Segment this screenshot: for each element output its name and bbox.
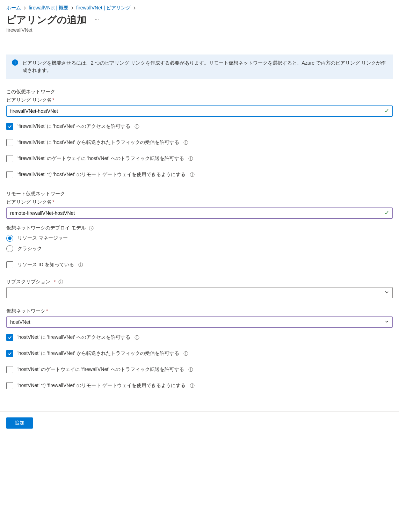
svg-rect-25 [61, 282, 61, 283]
svg-point-5 [15, 60, 15, 61]
radio-rm-label[interactable]: リソース マネージャー [17, 235, 68, 241]
footer: 追加 [0, 411, 399, 436]
required-marker: * [54, 279, 56, 285]
info-icon[interactable] [183, 351, 188, 356]
section-title-local: この仮想ネットワーク [6, 89, 393, 95]
svg-rect-19 [91, 228, 91, 229]
svg-rect-13 [190, 158, 191, 160]
radio-classic[interactable] [6, 245, 13, 252]
remote-linkname-label: ピアリング リンク名* [6, 199, 393, 205]
svg-point-29 [137, 336, 137, 337]
svg-point-1 [96, 19, 97, 20]
local-chk-forwarded-label[interactable]: 'firewallVNet' に 'hostVNet' から転送されたトラフィッ… [17, 139, 179, 146]
local-chk-forwarded[interactable] [6, 139, 13, 146]
info-icon[interactable] [78, 262, 83, 267]
breadcrumb-peering[interactable]: firewallVNet | ピアリング [76, 5, 131, 11]
remote-chk-remote-gw-label[interactable]: 'hostVNet' で 'firewallVNet' のリモート ゲートウェイ… [17, 382, 186, 389]
section-title-remote: リモート仮想ネットワーク [6, 191, 393, 197]
svg-rect-28 [137, 337, 137, 338]
local-chk-access[interactable] [6, 123, 13, 130]
svg-rect-16 [192, 174, 192, 176]
local-chk-remote-gw[interactable] [6, 171, 13, 178]
info-icon[interactable] [190, 383, 195, 388]
required-marker: * [52, 199, 54, 205]
svg-point-26 [61, 280, 61, 281]
svg-point-32 [186, 352, 186, 353]
breadcrumb: ホーム firewallVNet | 概要 firewallVNet | ピアリ… [6, 5, 393, 11]
remote-chk-access[interactable] [6, 334, 13, 341]
info-icon[interactable] [135, 335, 139, 340]
remote-chk-gw-transit[interactable] [6, 366, 13, 373]
chevron-down-icon [384, 319, 389, 325]
svg-point-11 [186, 141, 186, 142]
svg-point-17 [192, 173, 193, 174]
svg-rect-7 [137, 126, 137, 127]
deploy-model-label: 仮想ネットワークのデプロイ モデル [6, 225, 86, 231]
info-icon [12, 59, 18, 74]
chk-know-resid[interactable] [6, 261, 13, 268]
chk-know-resid-label[interactable]: リソース ID を知っている [17, 262, 74, 268]
remote-chk-forwarded[interactable] [6, 350, 13, 357]
svg-point-14 [190, 157, 191, 158]
info-icon[interactable] [135, 124, 139, 129]
svg-point-20 [91, 227, 92, 227]
remote-chk-access-label[interactable]: 'hostVNet' に 'firewallVNet' へのアクセスを許可する [17, 334, 130, 341]
local-linkname-input-wrapper [6, 105, 393, 117]
chevron-right-icon [133, 6, 136, 10]
svg-point-0 [95, 19, 96, 20]
chevron-down-icon [384, 290, 389, 296]
local-linkname-label: ピアリング リンク名* [6, 97, 393, 103]
chevron-right-icon [71, 6, 74, 10]
local-linkname-input[interactable] [6, 105, 393, 117]
radio-rm[interactable] [6, 235, 13, 242]
info-banner: ピアリングを機能させるには、2 つのピアリング リンクを作成する必要があります。… [6, 54, 393, 79]
page-title: ピアリングの追加 [6, 14, 87, 26]
svg-point-35 [190, 368, 191, 369]
vnet-label: 仮想ネットワーク* [6, 308, 393, 314]
local-chk-access-label[interactable]: 'firewallVNet' に 'hostVNet' へのアクセスを許可する [17, 123, 130, 130]
svg-point-8 [137, 125, 137, 126]
info-icon[interactable] [188, 367, 193, 372]
check-icon [384, 210, 389, 216]
subscription-label: サブスクリプション [6, 279, 50, 285]
required-marker: * [46, 308, 48, 314]
info-icon[interactable] [188, 156, 193, 161]
vnet-select[interactable]: hostVNet [6, 316, 393, 328]
page-subtitle: firewallVNet [6, 27, 393, 33]
info-banner-text: ピアリングを機能させるには、2 つのピアリング リンクを作成する必要があります。… [22, 59, 387, 74]
svg-rect-10 [186, 142, 186, 144]
local-chk-gw-transit-label[interactable]: 'firewallVNet' のゲートウェイに 'hostVNet' へのトラフ… [17, 155, 184, 162]
remote-chk-gw-transit-label[interactable]: 'hostVNet' のゲートウェイに 'firewallVNet' へのトラフ… [17, 366, 184, 373]
chevron-right-icon [23, 6, 27, 10]
remote-chk-remote-gw[interactable] [6, 382, 13, 389]
local-chk-gw-transit[interactable] [6, 155, 13, 162]
svg-rect-4 [15, 62, 15, 64]
radio-classic-label[interactable]: クラシック [17, 246, 42, 252]
svg-point-23 [80, 263, 81, 264]
remote-chk-forwarded-label[interactable]: 'hostVNet' に 'firewallVNet' から転送されたトラフィッ… [17, 350, 179, 357]
local-chk-remote-gw-label[interactable]: 'firewallVNet' で 'hostVNet' のリモート ゲートウェイ… [17, 172, 186, 178]
svg-rect-31 [186, 353, 186, 355]
svg-point-2 [98, 19, 99, 20]
info-icon[interactable] [183, 140, 188, 145]
svg-rect-34 [190, 369, 191, 371]
svg-rect-37 [192, 385, 192, 387]
breadcrumb-overview[interactable]: firewallVNet | 概要 [29, 5, 68, 11]
svg-point-38 [192, 384, 193, 385]
check-icon [384, 108, 389, 114]
subscription-select[interactable] [6, 287, 393, 298]
remote-linkname-input[interactable] [6, 207, 393, 219]
ellipsis-icon [94, 17, 99, 22]
more-actions-button[interactable] [93, 15, 101, 24]
breadcrumb-home[interactable]: ホーム [6, 5, 21, 11]
required-marker: * [52, 97, 54, 103]
info-icon[interactable] [89, 226, 94, 231]
info-icon[interactable] [190, 172, 195, 177]
add-button[interactable]: 追加 [6, 417, 33, 429]
remote-linkname-input-wrapper [6, 207, 393, 219]
info-icon[interactable] [58, 279, 63, 284]
svg-rect-22 [80, 264, 81, 266]
